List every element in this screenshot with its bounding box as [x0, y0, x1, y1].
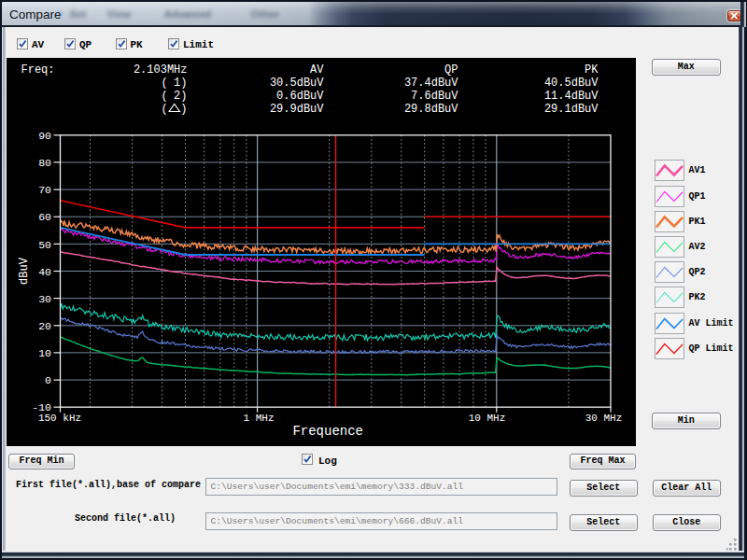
svg-text:2.103MHz: 2.103MHz [133, 63, 187, 76]
svg-text:29.8dBuV: 29.8dBuV [403, 102, 458, 115]
svg-text:150 kHz: 150 kHz [37, 412, 80, 423]
svg-text:): ) [180, 102, 187, 115]
svg-text:90: 90 [38, 129, 51, 141]
svg-text:29.1dBuV: 29.1dBuV [543, 102, 598, 115]
svg-text:11.4dBuV: 11.4dBuV [543, 89, 598, 102]
svg-text:30 MHz: 30 MHz [585, 412, 622, 423]
svg-text:0.6dBuV: 0.6dBuV [276, 89, 324, 102]
svg-text:80: 80 [38, 157, 51, 169]
svg-text:(: ( [161, 102, 167, 115]
svg-text:Frequence: Frequence [292, 424, 363, 439]
svg-text:70: 70 [38, 184, 51, 196]
svg-text:40: 40 [38, 265, 51, 277]
svg-text:37.4dBuV: 37.4dBuV [403, 76, 458, 89]
svg-text:30: 30 [38, 292, 51, 304]
svg-text:1): 1) [174, 76, 187, 89]
svg-text:40.5dBuV: 40.5dBuV [543, 76, 598, 89]
svg-text:30.5dBuV: 30.5dBuV [269, 76, 323, 89]
svg-text:10 MHz: 10 MHz [468, 412, 505, 423]
svg-text:(: ( [161, 89, 167, 102]
svg-text:10: 10 [38, 347, 51, 359]
svg-text:AV: AV [310, 63, 324, 76]
svg-text:50: 50 [38, 238, 51, 250]
svg-text:29.9dBuV: 29.9dBuV [269, 102, 323, 115]
svg-text:20: 20 [38, 319, 51, 331]
svg-text:2): 2) [174, 89, 187, 102]
svg-text:PK: PK [585, 63, 599, 76]
svg-text:1 MHz: 1 MHz [243, 412, 274, 423]
svg-text:(: ( [161, 76, 167, 89]
svg-text:60: 60 [38, 211, 51, 223]
svg-text:QP: QP [444, 63, 458, 76]
svg-text:7.6dBuV: 7.6dBuV [411, 89, 458, 102]
svg-text:0: 0 [45, 374, 51, 386]
svg-text:Freq:: Freq: [21, 63, 54, 76]
svg-text:dBuV: dBuV [18, 257, 31, 285]
